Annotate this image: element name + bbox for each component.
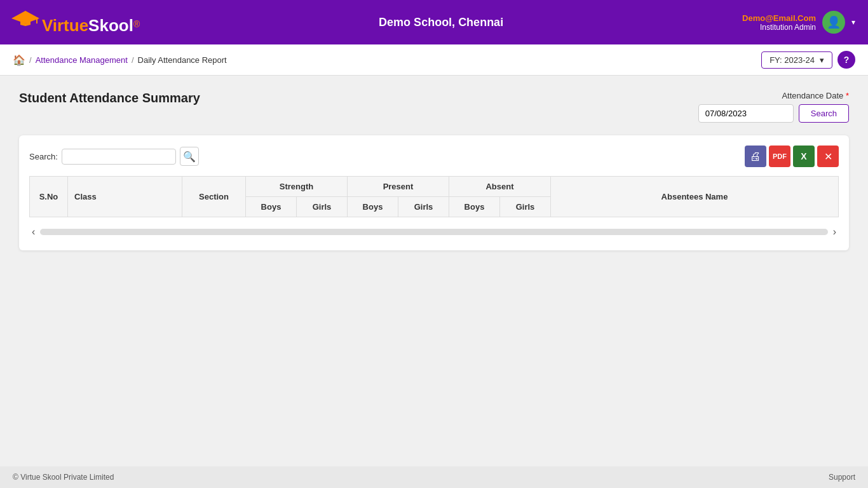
logo: VirtueSkool® bbox=[13, 10, 140, 36]
col-header-present: Present bbox=[348, 177, 449, 197]
svg-marker-0 bbox=[11, 11, 39, 24]
scroll-left-button[interactable]: ‹ bbox=[29, 224, 37, 240]
table-card: Search: 🔍 🖨 PDF X ✕ bbox=[19, 135, 849, 250]
logo-cap-icon bbox=[11, 10, 39, 26]
fy-arrow-icon: ▾ bbox=[820, 55, 824, 65]
copyright-text: © Virtue Skool Private Limited bbox=[13, 473, 114, 482]
support-link[interactable]: Support bbox=[829, 473, 855, 482]
page-header: Student Attendance Summary Attendance Da… bbox=[19, 91, 849, 123]
col-header-present-girls: Girls bbox=[398, 197, 449, 217]
breadcrumb-current: Daily Attendance Report bbox=[138, 55, 227, 65]
col-header-strength-boys: Boys bbox=[246, 197, 297, 217]
col-header-section: Section bbox=[182, 177, 246, 217]
fy-selector-button[interactable]: FY: 2023-24 ▾ bbox=[761, 51, 832, 69]
pdf-icon: PDF bbox=[773, 152, 787, 160]
table-search-icon-button[interactable]: 🔍 bbox=[180, 147, 199, 166]
logo-skool-text: Skool bbox=[88, 16, 133, 35]
search-label: Search: bbox=[29, 152, 58, 161]
breadcrumb: 🏠 / Attendance Management / Daily Attend… bbox=[13, 54, 227, 66]
col-header-absent-girls: Girls bbox=[500, 197, 551, 217]
main-content: Student Attendance Summary Attendance Da… bbox=[0, 76, 868, 266]
export-icons: 🖨 PDF X ✕ bbox=[745, 146, 839, 167]
scroll-row: ‹ › bbox=[29, 224, 839, 240]
col-header-sno: S.No bbox=[30, 177, 68, 217]
date-search-row: Search bbox=[698, 104, 849, 123]
col-header-class: Class bbox=[68, 177, 182, 217]
user-menu[interactable]: Demo@Email.Com Institution Admin 👤 ▾ bbox=[742, 11, 855, 34]
print-icon: 🖨 bbox=[750, 150, 761, 163]
attendance-date-input[interactable] bbox=[698, 104, 794, 123]
user-dropdown-arrow[interactable]: ▾ bbox=[851, 18, 855, 27]
scroll-right-button[interactable]: › bbox=[831, 224, 839, 240]
page-title: Student Attendance Summary bbox=[19, 91, 200, 105]
horizontal-scrollbar[interactable] bbox=[40, 229, 827, 235]
col-header-absent: Absent bbox=[449, 177, 551, 197]
attendance-search-button[interactable]: Search bbox=[799, 104, 849, 123]
clear-icon: ✕ bbox=[824, 151, 832, 163]
magnifier-icon: 🔍 bbox=[183, 151, 196, 163]
breadcrumb-bar: 🏠 / Attendance Management / Daily Attend… bbox=[0, 44, 868, 76]
excel-icon: X bbox=[801, 151, 806, 161]
user-role: Institution Admin bbox=[742, 23, 816, 32]
avatar: 👤 bbox=[822, 11, 845, 34]
breadcrumb-sep-2: / bbox=[132, 55, 134, 65]
help-button[interactable]: ? bbox=[837, 51, 855, 69]
attendance-date-section: Attendance Date * Search bbox=[698, 91, 849, 123]
print-button[interactable]: 🖨 bbox=[745, 146, 766, 167]
attendance-table: S.No Class Section Strength Present Abse… bbox=[29, 176, 839, 217]
home-icon[interactable]: 🏠 bbox=[13, 54, 25, 66]
clear-button[interactable]: ✕ bbox=[817, 146, 839, 167]
search-row: Search: 🔍 bbox=[29, 147, 199, 166]
required-star: * bbox=[846, 91, 849, 100]
app-header: VirtueSkool® Demo School, Chennai Demo@E… bbox=[0, 0, 868, 44]
attendance-date-label: Attendance Date * bbox=[782, 91, 849, 100]
col-header-present-boys: Boys bbox=[348, 197, 398, 217]
fy-label: FY: 2023-24 bbox=[770, 55, 815, 65]
col-header-strength-girls: Girls bbox=[297, 197, 348, 217]
logo-dot: ® bbox=[133, 19, 140, 29]
logo-virtue-text: Virtue bbox=[42, 16, 88, 35]
col-header-absentees: Absentees Name bbox=[551, 177, 839, 217]
breadcrumb-sep-1: / bbox=[29, 55, 32, 65]
footer: © Virtue Skool Private Limited Support bbox=[0, 466, 868, 488]
table-search-input[interactable] bbox=[62, 149, 176, 165]
pdf-export-button[interactable]: PDF bbox=[769, 146, 790, 167]
table-toolbar: Search: 🔍 🖨 PDF X ✕ bbox=[29, 146, 839, 167]
col-header-absent-boys: Boys bbox=[449, 197, 500, 217]
breadcrumb-parent[interactable]: Attendance Management bbox=[36, 55, 128, 65]
user-email: Demo@Email.Com bbox=[742, 13, 816, 23]
col-header-strength: Strength bbox=[246, 177, 348, 197]
school-name: Demo School, Chennai bbox=[379, 16, 503, 29]
excel-export-button[interactable]: X bbox=[793, 146, 815, 167]
